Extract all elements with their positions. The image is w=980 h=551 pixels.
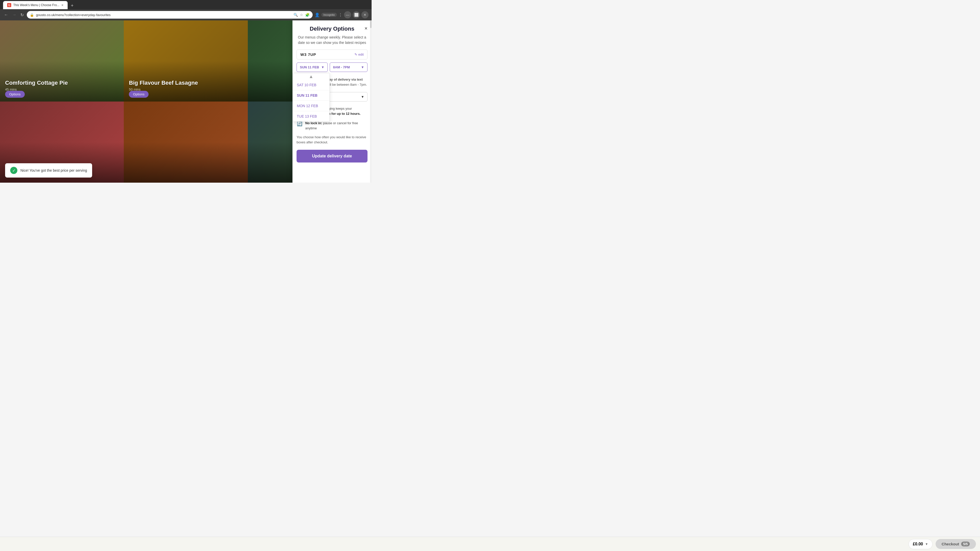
you-choose-text: You choose how often you would like to r…	[293, 134, 372, 148]
date-option-tue[interactable]: TUE 13 FEB	[293, 111, 329, 121]
main-content: Comforting Cottage Pie 45 mins Options B…	[0, 21, 372, 183]
food-card-5	[124, 102, 248, 183]
selected-time: 8AM - 7PM	[333, 65, 350, 69]
toast-notification: ✓ Nice! You've got the best price per se…	[5, 163, 92, 178]
panel-title: Delivery Options	[310, 25, 355, 32]
time-dropdown[interactable]: 8AM - 7PM ▼	[330, 62, 368, 72]
user-icon[interactable]: 👤	[315, 13, 320, 17]
food-name-1: Comforting Cottage Pie	[5, 79, 68, 86]
selected-date: SUN 11 FEB	[300, 65, 319, 69]
options-button-1[interactable]: Options	[5, 91, 25, 98]
bookmark-icon[interactable]: ☆	[300, 13, 303, 17]
nolock-text: No lock in: pause or cancel for free any…	[305, 121, 368, 130]
options-button-2[interactable]: Options	[129, 91, 148, 98]
update-delivery-button[interactable]: Update delivery date	[297, 150, 368, 162]
new-tab-button[interactable]: +	[68, 2, 76, 9]
time-slot-chevron: ▼	[361, 95, 364, 99]
time-dropdown-arrow: ▼	[361, 65, 364, 69]
lock-icon: 🔒	[30, 13, 34, 17]
date-dropdown-menu: ▲ SAT 10 FEB SUN 11 FEB MON 12 FEB TUE 1…	[293, 73, 330, 122]
date-option-sat[interactable]: SAT 10 FEB	[293, 80, 329, 90]
tab-title: This Week's Menu | Choose Fro...	[13, 3, 59, 7]
panel-subtitle: Our menus change weekly. Please select a…	[293, 35, 372, 49]
food-card-1: Comforting Cottage Pie 45 mins Options	[0, 21, 124, 102]
scroll-up-indicator: ▲	[293, 73, 329, 80]
url-text: gousto.co.uk/menu?collection=everyday-fa…	[36, 13, 110, 17]
toast-success-icon: ✓	[10, 167, 18, 174]
date-dropdown-arrow: ▼	[321, 65, 325, 69]
maximize-button[interactable]: ⬜	[353, 11, 360, 18]
tab-close-button[interactable]: ×	[62, 3, 64, 7]
food-name-2: Big Flavour Beef Lasagne	[129, 79, 198, 86]
address-bar[interactable]: 🔒 gousto.co.uk/menu?collection=everyday-…	[27, 11, 313, 19]
food-card-2: Big Flavour Beef Lasagne 50 mins Options	[124, 21, 248, 102]
close-button[interactable]: ✕	[361, 11, 369, 18]
edit-icon: ✎	[355, 52, 357, 56]
date-dropdown[interactable]: SUN 11 FEB ▼	[297, 62, 328, 72]
forward-button[interactable]: →	[11, 11, 18, 18]
postcode-text: W3 7UP	[301, 52, 316, 57]
tab-favicon: G	[7, 3, 11, 7]
delivery-panel: Delivery Options × Our menus change week…	[293, 21, 372, 183]
menu-icon[interactable]: ⋮	[339, 13, 342, 17]
tab-bar: G This Week's Menu | Choose Fro... × +	[0, 0, 372, 9]
address-bar-row: ← → ↻ 🔒 gousto.co.uk/menu?collection=eve…	[0, 9, 372, 21]
edit-postcode-link[interactable]: ✎ edit	[355, 52, 364, 56]
nolock-title: No lock in:	[305, 121, 322, 125]
panel-header: Delivery Options ×	[293, 21, 372, 35]
postcode-row: W3 7UP ✎ edit	[297, 49, 368, 59]
toast-text: Nice! You've got the best price per serv…	[21, 168, 87, 172]
date-option-sun[interactable]: SUN 11 FEB	[293, 90, 329, 101]
active-tab[interactable]: G This Week's Menu | Choose Fro... ×	[3, 1, 68, 9]
reload-button[interactable]: ↻	[19, 11, 25, 18]
date-select-wrapper: SUN 11 FEB ▼ ▲ SAT 10 FEB SUN 11 FEB MON…	[297, 62, 328, 72]
incognito-badge: Incognito	[321, 13, 337, 17]
minimize-button[interactable]: —	[344, 11, 351, 18]
back-button[interactable]: ←	[3, 11, 9, 18]
search-icon[interactable]: 🔍	[293, 13, 298, 17]
panel-close-button[interactable]: ×	[364, 25, 368, 32]
date-option-mon[interactable]: MON 12 FEB	[293, 101, 329, 111]
date-time-row: SUN 11 FEB ▼ ▲ SAT 10 FEB SUN 11 FEB MON…	[297, 62, 368, 72]
extensions-icon[interactable]: 🧩	[305, 13, 310, 17]
edit-label: edit	[358, 52, 364, 56]
